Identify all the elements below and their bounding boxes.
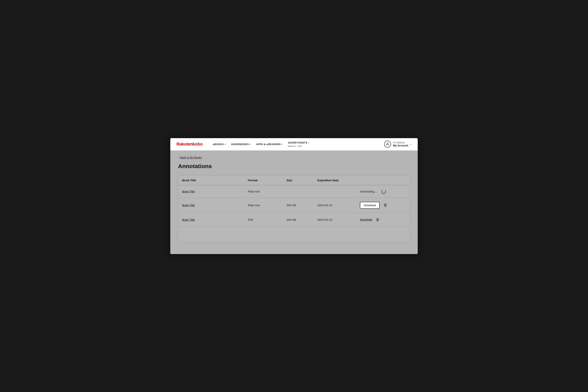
col-header-format: Format: [248, 178, 286, 182]
account-icon: [384, 141, 391, 148]
logo-rakuten: Rakuten: [177, 142, 193, 147]
book-title-link[interactable]: Book Title: [182, 190, 195, 193]
nav-label-apps: APPS & eREADERS: [256, 143, 281, 146]
action-cell: Generating...: [360, 189, 406, 194]
nav-item-apps[interactable]: APPS & eREADERS ▾: [254, 141, 285, 147]
book-title-cell: Book Title: [182, 190, 248, 193]
action-cell: Download 🗑: [360, 202, 406, 209]
trash-icon: 🗑: [376, 218, 380, 222]
loading-spinner: [381, 189, 386, 194]
empty-row: [178, 227, 410, 242]
account-greeting: Hi, Barbara: [393, 141, 408, 144]
download-link[interactable]: Download: [360, 218, 372, 221]
chevron-down-icon: ▾: [249, 143, 250, 145]
header: Rakuten kobo eBOOKS ▾ AUDIOBOOKS ▾ APPS …: [170, 138, 418, 150]
col-header-book-title: Book Title: [182, 178, 248, 182]
breadcrumb: ‹ Back to My Books: [178, 156, 410, 159]
super-points-balance: Balance: 1927: [288, 145, 302, 147]
size-cell: 340 KB: [286, 204, 317, 207]
back-to-my-books-link[interactable]: Back to My Books: [180, 156, 201, 159]
col-header-actions: [360, 178, 406, 182]
table-header-row: Book Title Format Size Expiration Date: [178, 176, 410, 185]
book-title-cell: Book Title: [182, 218, 248, 221]
expiration-cell: 2024-05-10: [317, 204, 360, 207]
main-nav: eBOOKS ▾ AUDIOBOOKS ▾ APPS & eREADERS ▾ …: [210, 140, 384, 149]
table-row: Book Title Plain text 340 KB 2024-05-10 …: [178, 198, 410, 213]
format-cell: PDF: [248, 218, 286, 221]
nav-label-super-points: SUPER POINTS: [288, 141, 307, 144]
annotations-table: Book Title Format Size Expiration Date B…: [178, 175, 410, 242]
trash-icon: 🗑: [384, 203, 387, 208]
table-row: Book Title PDF 340 KB 2024-05-10 Downloa…: [178, 213, 410, 227]
book-title-cell: Book Title: [182, 204, 248, 207]
chevron-left-icon: ‹: [178, 156, 179, 159]
table-row: Book Title Plain text Generating...: [178, 185, 410, 198]
nav-label-audiobooks: AUDIOBOOKS: [231, 143, 249, 146]
size-cell: 340 KB: [286, 218, 317, 221]
nav-item-super-points[interactable]: SUPER POINTS ▾ Balance: 1927: [285, 140, 311, 149]
book-title-link[interactable]: Book Title: [182, 204, 195, 207]
download-button[interactable]: Download: [360, 202, 380, 209]
account-menu[interactable]: Hi, Barbara My Account ▾: [384, 141, 411, 148]
expiration-cell: 2024-05-10: [317, 218, 360, 221]
action-cell: Download 🗑: [360, 217, 406, 223]
logo-kobo: kobo: [193, 142, 203, 147]
chevron-down-icon: ▾: [225, 143, 225, 145]
logo[interactable]: Rakuten kobo: [177, 142, 203, 147]
book-title-link[interactable]: Book Title: [182, 218, 195, 221]
screen-wrapper: Rakuten kobo eBOOKS ▾ AUDIOBOOKS ▾ APPS …: [170, 138, 418, 254]
page-title: Annotations: [178, 163, 410, 170]
chevron-down-icon: ▾: [308, 142, 309, 144]
account-label: My Account: [393, 144, 408, 147]
chevron-down-icon: ▾: [281, 143, 282, 145]
col-header-expiration-date: Expiration Date: [317, 178, 360, 182]
delete-button[interactable]: 🗑: [383, 202, 388, 208]
main-content: ‹ Back to My Books Annotations Book Titl…: [170, 150, 418, 254]
generating-status: Generating...: [360, 190, 377, 193]
nav-item-audiobooks[interactable]: AUDIOBOOKS ▾: [229, 141, 253, 147]
svg-point-0: [387, 143, 388, 144]
col-header-size: Size: [286, 178, 317, 182]
format-cell: Plain text: [248, 190, 286, 193]
nav-item-ebooks[interactable]: eBOOKS ▾: [210, 141, 228, 147]
nav-label-ebooks: eBOOKS: [213, 143, 224, 146]
delete-button[interactable]: 🗑: [375, 217, 381, 223]
format-cell: Plain text: [248, 204, 286, 207]
chevron-down-icon: ▾: [410, 143, 411, 145]
